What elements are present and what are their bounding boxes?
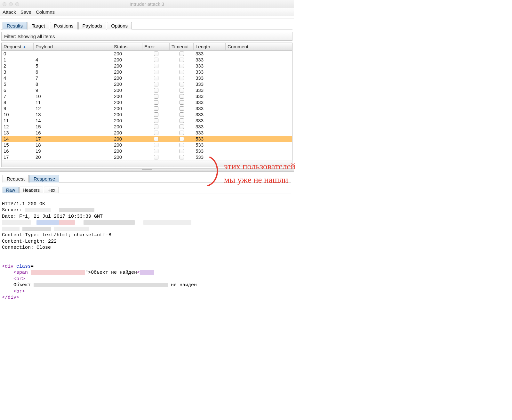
table-row[interactable]: 1215200333 — [2, 124, 292, 130]
cell-status: 200 — [112, 99, 142, 105]
menu-columns[interactable]: Columns — [36, 9, 55, 15]
redacted — [59, 220, 75, 225]
checkbox-icon — [154, 118, 158, 123]
cell-comment — [226, 124, 290, 130]
cell-payload: 5 — [34, 63, 112, 69]
tag: > — [22, 289, 25, 294]
raw-line: Server: — [2, 207, 25, 213]
checkbox-icon — [180, 106, 184, 111]
checkbox-icon — [154, 58, 158, 62]
checkbox-icon — [154, 155, 158, 159]
cell-length: 333 — [194, 75, 226, 81]
raw-response[interactable]: HTTP/1.1 200 OK Server: Date: Fri, 21 Ju… — [1, 194, 292, 307]
col-error[interactable]: Error — [142, 43, 170, 50]
cell-request: 7 — [2, 93, 34, 99]
checkbox-icon — [180, 149, 184, 153]
redacted — [84, 220, 135, 225]
cell-request: 4 — [2, 75, 34, 81]
checkbox-icon — [154, 137, 158, 141]
tab-request[interactable]: Request — [3, 175, 29, 182]
cell-status: 200 — [112, 117, 142, 124]
cell-length: 333 — [194, 105, 226, 111]
zoom-icon[interactable] — [15, 2, 19, 6]
tag: > — [22, 276, 25, 282]
table-row[interactable]: 912200333 — [2, 105, 292, 111]
tab-raw[interactable]: Raw — [3, 187, 19, 193]
tab-hex[interactable]: Hex — [44, 187, 59, 193]
cell-status: 200 — [112, 148, 142, 154]
table-row[interactable]: 1720200533 — [2, 154, 292, 160]
table-row[interactable]: 1114200333 — [2, 117, 292, 124]
col-status[interactable]: Status — [112, 43, 142, 50]
cell-request: 13 — [2, 130, 34, 136]
table-row[interactable]: 58200333 — [2, 81, 292, 87]
tab-target[interactable]: Target — [28, 22, 49, 29]
col-length[interactable]: Length — [194, 43, 226, 50]
cell-request: 5 — [2, 81, 34, 87]
cell-request: 15 — [2, 142, 34, 148]
cell-comment — [226, 148, 290, 154]
annotation-line: этих пользователей — [224, 160, 295, 174]
checkbox-icon — [180, 70, 184, 74]
table-row[interactable]: 1619200533 — [2, 148, 292, 154]
tab-results[interactable]: Results — [3, 22, 27, 29]
tab-headers[interactable]: Headers — [19, 187, 43, 193]
cell-request: 11 — [2, 117, 34, 124]
raw-line: Connection: Close — [2, 245, 51, 250]
cell-length: 333 — [194, 130, 226, 136]
cell-length: 333 — [194, 81, 226, 87]
table-row[interactable]: 1417200533 — [2, 136, 292, 142]
table-row[interactable]: 69200333 — [2, 87, 292, 93]
annotation-text: этих пользователей мы уже не нашли — [224, 160, 295, 187]
tab-positions[interactable]: Positions — [50, 22, 78, 29]
redacted — [54, 227, 89, 231]
col-payload[interactable]: Payload — [34, 43, 112, 50]
cell-status: 200 — [112, 51, 142, 57]
tag: div — [5, 264, 16, 269]
table-row[interactable]: 0200333 — [2, 51, 292, 57]
cell-timeout — [170, 142, 194, 148]
tab-options[interactable]: Options — [107, 22, 132, 29]
checkbox-icon — [180, 58, 184, 62]
table-row[interactable]: 14200333 — [2, 57, 292, 63]
checkbox-icon — [154, 94, 158, 99]
cell-status: 200 — [112, 75, 142, 81]
tab-response[interactable]: Response — [29, 175, 60, 182]
tag: </ — [2, 295, 8, 300]
cell-timeout — [170, 57, 194, 63]
cell-payload: 12 — [34, 105, 112, 111]
table-row[interactable]: 47200333 — [2, 75, 292, 81]
col-timeout[interactable]: Timeout — [170, 43, 194, 50]
cell-error — [142, 136, 170, 142]
titlebar: Intruder attack 3 — [0, 0, 294, 8]
menu-save[interactable]: Save — [20, 9, 31, 15]
cell-timeout — [170, 130, 194, 136]
filter-bar[interactable]: Filter: Showing all items — [1, 32, 292, 41]
table-row[interactable]: 25200333 — [2, 63, 292, 69]
menu-attack[interactable]: Attack — [3, 9, 16, 15]
table-row[interactable]: 1316200333 — [2, 130, 292, 136]
col-request[interactable]: Request▲ — [2, 43, 34, 50]
table-row[interactable]: 1013200333 — [2, 111, 292, 117]
redacted — [22, 227, 51, 231]
table-header: Request▲ Payload Status Error Timeout Le… — [2, 43, 292, 51]
checkbox-icon — [180, 100, 184, 105]
minimize-icon[interactable] — [9, 2, 13, 6]
cell-error — [142, 99, 170, 105]
table-row[interactable]: 36200333 — [2, 69, 292, 75]
cell-status: 200 — [112, 124, 142, 130]
cell-comment — [226, 81, 290, 87]
checkbox-icon — [180, 52, 184, 56]
cell-status: 200 — [112, 93, 142, 99]
cell-error — [142, 63, 170, 69]
cell-error — [142, 117, 170, 124]
cell-error — [142, 105, 170, 111]
col-comment[interactable]: Comment — [226, 43, 290, 50]
table-row[interactable]: 1518200533 — [2, 142, 292, 148]
checkbox-icon — [154, 125, 158, 129]
close-icon[interactable] — [3, 2, 6, 6]
tab-payloads[interactable]: Payloads — [78, 22, 107, 29]
table-row[interactable]: 811200333 — [2, 99, 292, 105]
table-row[interactable]: 710200333 — [2, 93, 292, 99]
table-body: 0200333142003332520033336200333472003335… — [2, 51, 292, 160]
